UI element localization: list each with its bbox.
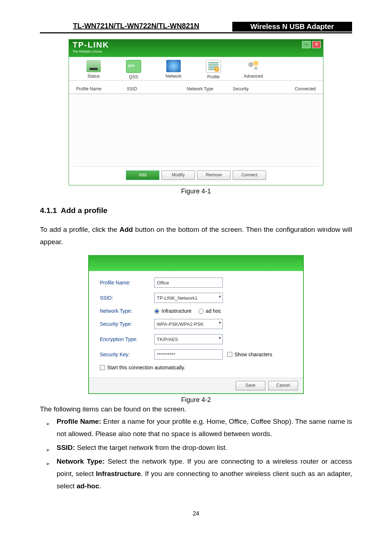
intro-paragraph: To add a profile, click the Add button o… <box>40 223 352 248</box>
add-button[interactable]: Add <box>126 171 159 180</box>
show-characters-label: Show characters <box>234 352 272 357</box>
bullet-profile-name: Profile Name: Enter a name for your prof… <box>57 415 352 440</box>
header-product: Wireless N USB Adapter <box>232 22 352 32</box>
radio-adhoc[interactable] <box>199 309 204 314</box>
qss-icon <box>126 60 141 73</box>
auto-connect-checkbox[interactable] <box>100 365 105 370</box>
bullet-ssid: SSID: Select the target network from the… <box>57 442 352 454</box>
bullet-list: Profile Name: Enter a name for your prof… <box>40 415 352 492</box>
col-connected: Connected <box>279 86 316 91</box>
header-model: TL-WN721N/TL-WN722N/TL-WN821N <box>40 22 232 32</box>
tab-qss[interactable]: QSS <box>123 60 144 79</box>
show-characters-checkbox[interactable] <box>227 352 232 357</box>
config-titlebar <box>89 256 303 271</box>
save-button[interactable]: Save <box>236 381 265 390</box>
tab-network[interactable]: Network <box>163 60 184 79</box>
profile-config-window: Profile Name: Office SSID: TP-LINK_Netwo… <box>88 255 304 394</box>
tab-bar: Status QSS Network Profile Advanced <box>69 57 323 81</box>
brand-logo: TP-LINK The Reliable Choice <box>73 42 319 55</box>
window-titlebar: TP-LINK The Reliable Choice – ✕ <box>69 40 323 57</box>
col-ssid: SSID <box>127 86 187 91</box>
remove-button[interactable]: Remove <box>197 171 230 180</box>
label-profile-name: Profile Name: <box>100 280 154 286</box>
security-key-input[interactable]: ********** <box>154 349 223 360</box>
profile-table-body <box>73 94 319 167</box>
label-ssid: SSID: <box>100 295 154 301</box>
section-heading: 4.1.1 Add a profile <box>40 206 352 215</box>
profile-icon <box>206 60 221 73</box>
tab-status[interactable]: Status <box>83 60 105 79</box>
tab-profile[interactable]: Profile <box>203 60 224 79</box>
minimize-button[interactable]: – <box>302 41 311 48</box>
profile-table-header: Profile Name SSID Network Type Security … <box>69 81 323 94</box>
col-profile-name: Profile Name <box>76 86 127 91</box>
label-security-type: Security Type: <box>100 321 154 327</box>
encryption-type-select[interactable]: TKIP/AES <box>154 334 223 344</box>
page-header: TL-WN721N/TL-WN722N/TL-WN821N Wireless N… <box>40 22 352 33</box>
close-button[interactable]: ✕ <box>312 41 321 48</box>
profile-manager-window: TP-LINK The Reliable Choice – ✕ Status Q… <box>69 39 323 185</box>
tab-advanced[interactable]: Advanced <box>242 60 264 79</box>
advanced-icon <box>246 60 261 72</box>
col-security: Security <box>233 86 279 91</box>
figure-caption-1: Figure 4-1 <box>40 188 352 195</box>
security-type-select[interactable]: WPA-PSK/WPA2-PSK <box>154 319 223 329</box>
col-network-type: Network Type <box>187 86 233 91</box>
network-type-radios: Infrastructure ad hoc <box>154 308 221 314</box>
label-security-key: Security Key: <box>100 352 154 357</box>
radio-adhoc-label: ad hoc <box>206 308 221 314</box>
label-network-type: Network Type: <box>100 308 154 314</box>
page-number: 24 <box>40 510 352 517</box>
brand-tagline: The Reliable Choice <box>73 48 319 55</box>
profile-name-input[interactable]: Office <box>154 278 223 288</box>
label-encryption-type: Encryption Type: <box>100 336 154 342</box>
connect-button[interactable]: Connect <box>233 171 266 180</box>
radio-infrastructure[interactable] <box>154 309 159 314</box>
radio-infra-label: Infrastructure <box>162 308 191 314</box>
status-icon <box>86 60 101 72</box>
figure-caption-2: Figure 4-2 <box>40 396 352 404</box>
auto-connect-label: Start this connection automatically. <box>107 365 185 370</box>
bullet-network-type: Network Type: Select the network type. I… <box>57 455 352 492</box>
ssid-select[interactable]: TP-LINK_Network1 <box>154 293 223 303</box>
network-icon <box>166 60 181 72</box>
modify-button[interactable]: Modify <box>162 171 195 180</box>
following-text: The following items can be found on the … <box>40 405 352 413</box>
cancel-button[interactable]: Cancel <box>268 381 298 390</box>
